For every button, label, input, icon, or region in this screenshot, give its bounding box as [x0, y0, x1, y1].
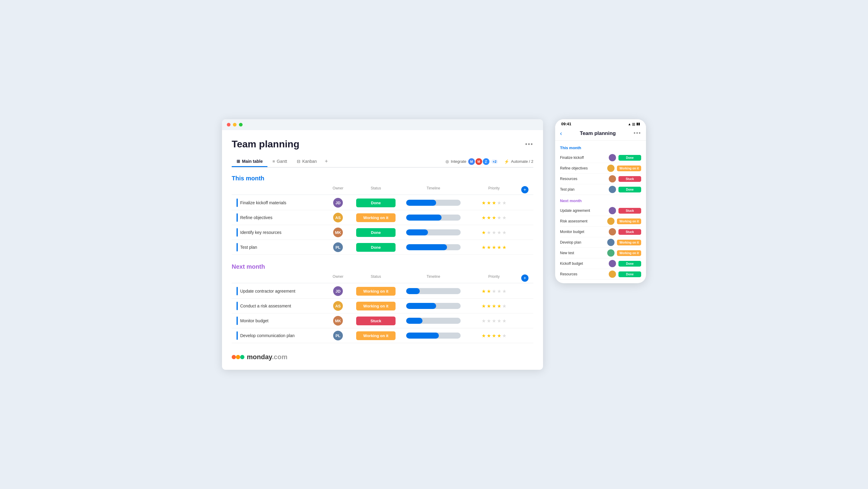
this-month-section: This month Owner Status Timeline Priorit… [232, 175, 533, 255]
mobile-status-badge[interactable]: Working on it [617, 165, 641, 171]
task-bar [237, 302, 238, 310]
table-row[interactable]: Conduct a risk assessment AS Working on … [232, 299, 533, 314]
th-status: Status [352, 186, 400, 193]
status-cell[interactable]: Done [352, 243, 400, 252]
mobile-row[interactable]: Update agreement Stuck [560, 205, 641, 216]
status-cell[interactable]: Working on it [352, 287, 400, 296]
status-badge[interactable]: Working on it [356, 287, 396, 296]
star: ★ [497, 230, 501, 235]
status-badge[interactable]: Done [356, 228, 396, 237]
table-row[interactable]: Refine objectives AS Working on it ★★★★★ [232, 210, 533, 225]
status-badge[interactable]: Done [356, 243, 396, 252]
tabs-actions: ◎ Integrate M M Z +2 ⚡ Automate / 2 [445, 158, 533, 165]
star: ★ [497, 303, 501, 309]
status-badge[interactable]: Stuck [356, 317, 396, 325]
mobile-row[interactable]: Kickoff budget Done [560, 258, 641, 269]
task-name: Identify key resources [240, 230, 281, 235]
task-cell: Refine objectives [232, 211, 324, 224]
mobile-status-badge[interactable]: Done [618, 261, 641, 267]
timeline-bar [406, 229, 461, 235]
timeline-bar [406, 303, 461, 309]
owner-cell: AS [324, 301, 352, 311]
mobile-row[interactable]: Develop plan Working on it [560, 237, 641, 248]
status-cell[interactable]: Stuck [352, 317, 400, 325]
status-cell[interactable]: Working on it [352, 213, 400, 222]
task-cell: Monitor budget [232, 314, 324, 327]
mobile-status-badge[interactable]: Stuck [618, 176, 641, 182]
mobile-status-badge[interactable]: Working on it [617, 219, 641, 224]
status-badge[interactable]: Working on it [356, 331, 396, 340]
th-add: + [521, 186, 533, 193]
integrate-action[interactable]: ◎ Integrate M M Z +2 [445, 158, 498, 165]
more-options-button[interactable]: ••• [525, 141, 533, 148]
mobile-row[interactable]: New test Working on it [560, 248, 641, 258]
mobile-status-badge[interactable]: Working on it [617, 250, 641, 256]
priority-cell: ★★★★★ [467, 318, 521, 324]
mobile-avatar [609, 260, 616, 267]
signal-icon: ||| [632, 122, 635, 126]
status-cell[interactable]: Done [352, 228, 400, 237]
table-row[interactable]: Test plan PL Done ★★★★★ [232, 240, 533, 255]
task-name: Monitor budget [240, 318, 268, 323]
star: ★ [497, 200, 501, 206]
star: ★ [487, 318, 491, 324]
table-row[interactable]: Identify key resources MK Done ★★★★★ [232, 225, 533, 240]
star: ★ [487, 333, 491, 338]
star: ★ [502, 333, 506, 338]
owner-cell: AS [324, 213, 352, 222]
tab-kanban[interactable]: ⊟ Kanban [292, 157, 322, 167]
star: ★ [482, 215, 486, 221]
add-column-button[interactable]: + [521, 186, 528, 193]
mobile-status-badge[interactable]: Done [618, 271, 641, 277]
mobile-task-name: Finalize kickoff [560, 156, 606, 160]
status-badge[interactable]: Working on it [356, 302, 396, 311]
table-row[interactable]: Monitor budget MK Stuck ★★★★★ [232, 314, 533, 328]
mobile-row[interactable]: Monitor budget Stuck [560, 227, 641, 237]
window-close-dot[interactable] [227, 123, 230, 127]
status-cell[interactable]: Working on it [352, 331, 400, 340]
svg-point-1 [236, 355, 240, 359]
table-row[interactable]: Develop communication plan PL Working on… [232, 328, 533, 343]
star: ★ [502, 200, 506, 206]
window-minimize-dot[interactable] [233, 123, 237, 127]
mobile-avatar [609, 186, 616, 193]
mobile-status-badge[interactable]: Done [618, 155, 641, 161]
mobile-status-badge[interactable]: Stuck [618, 208, 641, 214]
nth-owner: Owner [324, 274, 352, 282]
mobile-row[interactable]: Test plan Done [560, 184, 641, 195]
task-cell: Update contractor agreement [232, 285, 324, 298]
status-badge[interactable]: Done [356, 198, 396, 207]
status-cell[interactable]: Working on it [352, 302, 400, 311]
table-row[interactable]: Update contractor agreement JD Working o… [232, 284, 533, 299]
mobile-row[interactable]: Resources Stuck [560, 174, 641, 184]
this-month-header: Owner Status Timeline Priority + [232, 185, 533, 195]
mobile-row[interactable]: Refine objectives Working on it [560, 163, 641, 174]
mobile-status-badge[interactable]: Done [618, 187, 641, 192]
tab-gantt[interactable]: ≡ Gantt [268, 157, 292, 167]
mobile-row[interactable]: Resources Done [560, 269, 641, 280]
mobile-avatar [607, 218, 615, 225]
status-cell[interactable]: Done [352, 198, 400, 207]
add-tab-button[interactable]: + [322, 156, 331, 167]
add-column-button-2[interactable]: + [521, 274, 528, 282]
owner-cell: PL [324, 242, 352, 252]
star: ★ [502, 215, 506, 221]
timeline-fill [406, 288, 420, 294]
status-badge[interactable]: Working on it [356, 213, 396, 222]
automate-action[interactable]: ⚡ Automate / 2 [504, 159, 533, 164]
priority-cell: ★★★★★ [467, 230, 521, 235]
nth-timeline: Timeline [400, 274, 467, 282]
mobile-more-button[interactable]: ••• [633, 130, 641, 136]
back-button[interactable]: ‹ [560, 130, 562, 137]
mobile-status-badge[interactable]: Stuck [618, 229, 641, 235]
integrate-icons: M M Z [468, 158, 489, 165]
window-maximize-dot[interactable] [239, 123, 243, 127]
tab-main-table[interactable]: ⊞ Main table [232, 157, 268, 167]
mobile-row[interactable]: Finalize kickoff Done [560, 153, 641, 163]
timeline-fill [406, 318, 423, 324]
table-row[interactable]: Finalize kickoff materials JD Done ★★★★★ [232, 195, 533, 210]
mobile-row[interactable]: Risk assessment Working on it [560, 216, 641, 227]
mobile-status-badge[interactable]: Working on it [617, 240, 641, 246]
th-timeline: Timeline [400, 186, 467, 193]
mobile-content: This month Finalize kickoff Done Refine … [555, 141, 646, 283]
